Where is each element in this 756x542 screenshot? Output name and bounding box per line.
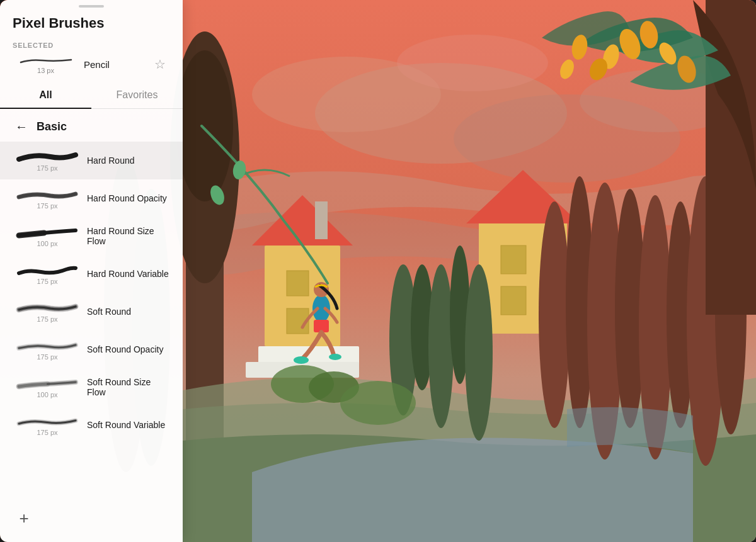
brush-panel: Pixel Brushes SELECTED 13 px Pencil ☆ Al xyxy=(0,0,183,542)
brush-item-soft-round-variable[interactable]: 175 px Soft Round Variable xyxy=(0,406,183,444)
svg-point-8 xyxy=(176,50,233,201)
brush-size-soft-round-variable: 175 px xyxy=(37,429,57,436)
handle-bar xyxy=(79,5,104,8)
selected-brush-name: Pencil xyxy=(79,59,150,70)
brush-label-soft-round: Soft Round xyxy=(87,307,170,317)
selected-label: SELECTED xyxy=(13,42,170,49)
svg-point-53 xyxy=(340,381,416,425)
brush-label-hard-round: Hard Round xyxy=(87,155,170,166)
tabs-row: All Favorites xyxy=(0,82,183,109)
brush-item-soft-round[interactable]: 175 px Soft Round xyxy=(0,293,183,330)
svg-rect-15 xyxy=(315,201,328,239)
brush-item-hard-round-size-flow[interactable]: 100 px Hard Round Size Flow xyxy=(0,217,183,255)
add-brush-button[interactable]: + xyxy=(13,507,35,529)
brush-size-soft-round: 175 px xyxy=(37,315,57,323)
svg-point-5 xyxy=(397,35,548,91)
svg-point-24 xyxy=(428,264,454,428)
brush-size-hard-round-size-flow: 100 px xyxy=(37,240,57,247)
brush-size-soft-round-opacity: 175 px xyxy=(37,353,57,361)
brush-list: 175 px Hard Round 175 px Hard Round Opac… xyxy=(0,142,183,500)
svg-rect-18 xyxy=(501,246,526,274)
selected-brush-size: 13 px xyxy=(37,67,54,74)
tab-all[interactable]: All xyxy=(0,82,91,108)
svg-rect-13 xyxy=(287,271,309,296)
brush-preview-soft-round-variable: 175 px xyxy=(13,414,82,436)
add-button-row: + xyxy=(0,500,183,542)
back-button[interactable]: ← xyxy=(13,118,30,135)
app-container: Pixel Brushes SELECTED 13 px Pencil ☆ Al xyxy=(0,0,756,542)
brush-label-hard-round-opacity: Hard Round Opacity xyxy=(87,193,170,203)
brush-label-soft-round-variable: Soft Round Variable xyxy=(87,420,170,430)
brush-size-hard-round-opacity: 175 px xyxy=(37,202,57,210)
brush-preview-soft-round-opacity: 175 px xyxy=(13,339,82,361)
panel-handle xyxy=(0,0,183,10)
brush-item-hard-round-opacity[interactable]: 175 px Hard Round Opacity xyxy=(0,179,183,217)
brush-preview-soft-round: 175 px xyxy=(13,301,82,323)
tab-favorites[interactable]: Favorites xyxy=(91,82,183,108)
svg-point-26 xyxy=(465,264,493,441)
pencil-stroke-preview xyxy=(18,54,74,65)
brush-size-soft-round-size-flow: 100 px xyxy=(37,391,57,398)
brush-size-hard-round: 175 px xyxy=(37,164,57,172)
brush-preview-soft-round-size-flow: 100 px xyxy=(13,376,82,398)
selected-brush-preview: 13 px xyxy=(13,54,79,74)
brush-label-soft-round-size-flow: Soft Round Size Flow xyxy=(87,377,170,397)
svg-rect-19 xyxy=(501,286,526,315)
brush-preview-hard-round-opacity: 175 px xyxy=(13,188,82,210)
brush-size-hard-round-variable: 175 px xyxy=(37,278,57,285)
category-header: ← Basic xyxy=(0,109,183,142)
selected-section: SELECTED 13 px Pencil ☆ xyxy=(0,42,183,82)
brush-preview-hard-round-size-flow: 100 px xyxy=(13,225,82,247)
brush-preview-hard-round-variable: 175 px xyxy=(13,263,82,285)
svg-point-49 xyxy=(294,356,309,364)
favorite-button[interactable]: ☆ xyxy=(150,54,170,74)
brush-label-soft-round-opacity: Soft Round Opacity xyxy=(87,344,170,354)
brush-item-hard-round-variable[interactable]: 175 px Hard Round Variable xyxy=(0,255,183,293)
brush-preview-hard-round: 175 px xyxy=(13,150,82,172)
category-title: Basic xyxy=(37,120,67,133)
brush-item-hard-round[interactable]: 175 px Hard Round xyxy=(0,142,183,179)
svg-point-27 xyxy=(539,201,570,428)
brush-label-hard-round-variable: Hard Round Variable xyxy=(87,269,170,279)
brush-item-soft-round-size-flow[interactable]: 100 px Soft Round Size Flow xyxy=(0,368,183,406)
panel-title: Pixel Brushes xyxy=(0,10,183,42)
svg-point-50 xyxy=(329,354,341,360)
brush-label-hard-round-size-flow: Hard Round Size Flow xyxy=(87,226,170,246)
brush-item-soft-round-opacity[interactable]: 175 px Soft Round Opacity xyxy=(0,330,183,368)
selected-brush-row: 13 px Pencil ☆ xyxy=(13,54,170,74)
